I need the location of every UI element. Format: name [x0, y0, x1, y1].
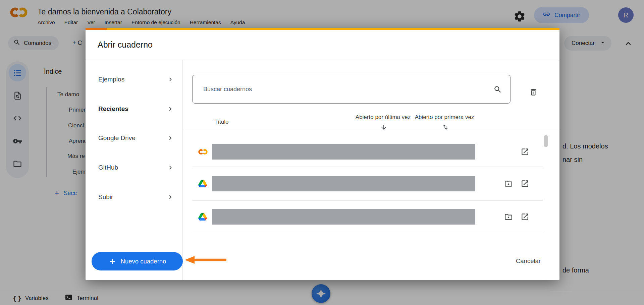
plus-icon [108, 257, 116, 265]
sort-both-icon [442, 124, 449, 131]
column-header-title[interactable]: Título [214, 117, 229, 127]
row-divider [192, 233, 543, 233]
column-header-last-opened[interactable]: Abierto por última vez [351, 112, 415, 132]
row-divider [192, 200, 543, 201]
chevron-right-icon [167, 134, 174, 142]
chevron-right-icon [167, 105, 174, 113]
notebook-title-redacted[interactable] [212, 209, 475, 225]
list-scrollbar-thumb[interactable] [544, 135, 548, 147]
search-icon[interactable] [493, 85, 502, 94]
dialog-source-nav: Ejemplos Recientes Google Drive GitHub S… [86, 60, 183, 280]
open-in-new-icon[interactable] [521, 147, 529, 156]
progress-bar [86, 28, 559, 30]
nav-item-examples[interactable]: Ejemplos [86, 71, 183, 87]
notebook-search-input[interactable] [193, 75, 510, 103]
row-divider [192, 167, 543, 167]
nav-item-github[interactable]: GitHub [86, 160, 183, 176]
dialog-content: Título Abierto por última vez Abierto po… [183, 60, 559, 280]
nav-item-google-drive[interactable]: Google Drive [86, 130, 183, 146]
notebook-title-redacted[interactable] [212, 176, 475, 191]
drive-folder-icon[interactable] [504, 212, 513, 221]
annotation-arrow-icon [184, 255, 226, 266]
open-notebook-dialog: Abrir cuaderno Ejemplos Recientes Google… [86, 28, 559, 280]
chevron-right-icon [167, 164, 174, 171]
open-in-new-icon[interactable] [521, 212, 529, 221]
drive-folder-icon[interactable] [504, 179, 513, 188]
trash-icon[interactable] [529, 88, 538, 97]
open-in-new-icon[interactable] [521, 179, 529, 188]
nav-item-upload[interactable]: Subir [86, 189, 183, 205]
column-header-first-opened[interactable]: Abierto por primera vez [413, 112, 476, 132]
cancel-button[interactable]: Cancelar [504, 253, 552, 269]
dialog-title: Abrir cuaderno [98, 40, 153, 50]
nav-item-recent[interactable]: Recientes [86, 101, 183, 117]
table-header-divider [183, 131, 559, 131]
colab-source-icon [198, 149, 208, 156]
progress-bar-segment [86, 28, 107, 30]
notebook-title-redacted[interactable] [212, 144, 475, 160]
sort-descending-icon [380, 124, 387, 131]
drive-source-icon [198, 180, 207, 189]
notebook-search-box [192, 75, 511, 104]
chevron-right-icon [167, 193, 174, 201]
chevron-right-icon [167, 76, 174, 83]
drive-source-icon [198, 213, 207, 222]
new-notebook-button[interactable]: Nuevo cuaderno [92, 252, 183, 270]
